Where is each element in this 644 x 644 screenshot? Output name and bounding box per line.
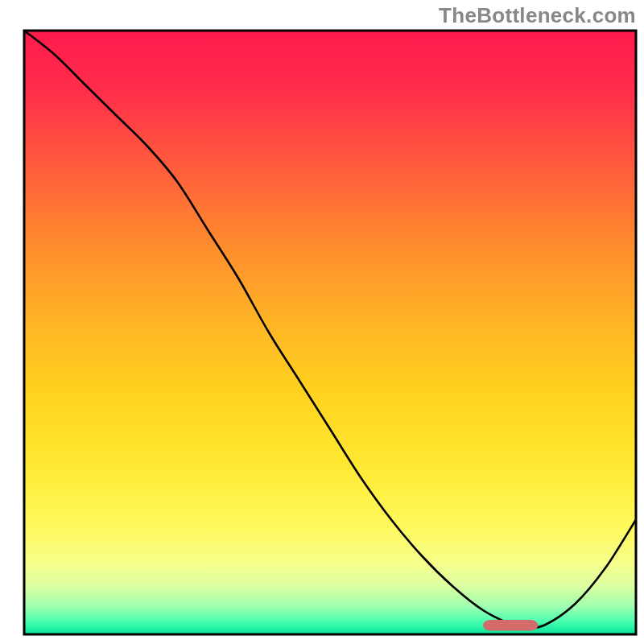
plot-area bbox=[24, 31, 636, 634]
gradient-background bbox=[24, 31, 636, 634]
marker-bar bbox=[483, 620, 538, 631]
chart-svg bbox=[0, 0, 644, 644]
chart-container: TheBottleneck.com bbox=[0, 0, 644, 644]
